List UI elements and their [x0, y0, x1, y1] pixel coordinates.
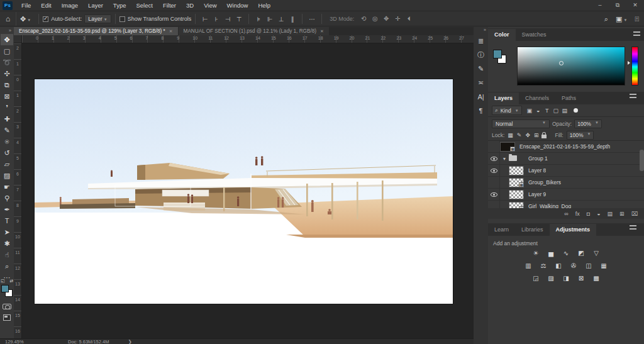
- tool-button[interactable]: ↺: [1, 147, 13, 158]
- layer-filter-icon[interactable]: ▤: [560, 108, 569, 114]
- swap-colors-icon[interactable]: ⇄: [9, 279, 13, 284]
- adjustment-icon[interactable]: ☀: [531, 249, 541, 257]
- zoom-level-field[interactable]: 129.45%: [5, 339, 43, 344]
- tool-button[interactable]: ➤: [1, 226, 13, 238]
- layers-footer-icon[interactable]: fx: [575, 211, 580, 217]
- distribute-icon[interactable]: ⊩: [264, 16, 275, 23]
- blend-mode-dropdown[interactable]: Normal▼: [492, 119, 550, 128]
- panel-tab[interactable]: Channels: [519, 92, 555, 104]
- dock-panel-icon[interactable]: ⓘ: [474, 48, 487, 62]
- color-field[interactable]: [517, 47, 625, 86]
- adjustment-icon[interactable]: ▅: [547, 249, 556, 257]
- opacity-dropdown[interactable]: 100%▼: [574, 119, 602, 128]
- tool-button[interactable]: ☝: [1, 249, 13, 260]
- canvas[interactable]: [35, 79, 453, 304]
- tool-button[interactable]: ✎: [1, 125, 13, 136]
- lock-icon[interactable]: ✥: [525, 132, 530, 138]
- align-icon[interactable]: ⊢: [199, 16, 211, 23]
- status-options-icon[interactable]: ❯: [128, 339, 131, 344]
- tool-button[interactable]: T: [1, 215, 13, 226]
- document-tab[interactable]: Enscape_2021-02-16-15-35-59.psd @ 129% (…: [14, 27, 178, 35]
- move-tool-preset-icon[interactable]: ✥▼: [16, 15, 35, 23]
- panel-tab[interactable]: Color: [488, 29, 516, 41]
- adjustment-icon[interactable]: ▽: [592, 249, 601, 257]
- layer-name[interactable]: Girl_Walking_Dog: [528, 203, 571, 208]
- tool-button[interactable]: ⚲: [1, 192, 13, 204]
- menu-item[interactable]: Select: [131, 0, 157, 11]
- window-control-button[interactable]: ⧉: [609, 0, 626, 11]
- tool-button[interactable]: ✒: [1, 204, 13, 215]
- share-icon[interactable]: ⍐: [635, 15, 639, 23]
- visibility-toggle[interactable]: [488, 177, 500, 189]
- group-caret-icon[interactable]: ▼: [500, 157, 509, 161]
- dock-panel-icon[interactable]: ≍: [474, 76, 487, 90]
- tool-button[interactable]: ❜: [1, 102, 13, 113]
- layer-filter-icon[interactable]: ▢: [552, 108, 560, 114]
- more-options-icon[interactable]: ⋯: [306, 16, 318, 23]
- layers-footer-icon[interactable]: ⌧: [631, 211, 638, 217]
- foreground-color-swatch[interactable]: [1, 285, 9, 292]
- menu-item[interactable]: Filter: [158, 0, 181, 11]
- layer-filter-icon[interactable]: ◒: [534, 108, 543, 114]
- tool-button[interactable]: ⍟: [1, 136, 13, 147]
- tool-button[interactable]: ▢: [1, 45, 13, 57]
- menu-item[interactable]: Window: [222, 0, 253, 11]
- layer-thumbnail[interactable]: ▦: [509, 190, 524, 199]
- tool-button[interactable]: ✣: [1, 68, 13, 79]
- auto-select-checkbox[interactable]: [43, 16, 48, 22]
- layer-name[interactable]: Group 1: [528, 155, 548, 162]
- menu-item[interactable]: Edit: [36, 0, 56, 11]
- dock-panel-icon[interactable]: ✎: [474, 62, 487, 76]
- show-transform-checkbox[interactable]: [119, 16, 125, 22]
- align-icon[interactable]: ⊦: [211, 16, 222, 23]
- document-tab[interactable]: MANUAL OF SECTION (1).psd @ 12.1% (Lady …: [179, 27, 329, 35]
- lock-all-icon[interactable]: [541, 135, 547, 138]
- layer-name[interactable]: Layer 8: [528, 167, 546, 174]
- tool-button[interactable]: ▨: [1, 170, 13, 181]
- align-icon[interactable]: ⊤: [233, 16, 245, 23]
- 3d-mode-icon[interactable]: ◎: [369, 15, 380, 23]
- layer-row[interactable]: ▼ ▦ Layer 9: [488, 189, 644, 201]
- visibility-toggle[interactable]: [488, 189, 500, 201]
- distribute-icon[interactable]: ⊥: [275, 16, 287, 23]
- window-control-button[interactable]: –: [591, 0, 609, 11]
- hue-bar[interactable]: [631, 47, 638, 86]
- layer-filter-icon[interactable]: ▣: [525, 108, 534, 114]
- layer-row[interactable]: ▼ ▦ Enscape_2021-02-16-15-35-59_depth: [488, 141, 644, 153]
- window-control-button[interactable]: ✕: [626, 0, 644, 11]
- fill-dropdown[interactable]: 100%▼: [567, 131, 594, 140]
- menu-item[interactable]: View: [199, 0, 221, 11]
- ruler-origin[interactable]: [14, 35, 22, 43]
- hue-slider-arrow[interactable]: [628, 61, 630, 65]
- tool-button[interactable]: ⌕: [1, 260, 13, 272]
- layers-footer-icon[interactable]: ∞: [564, 211, 568, 217]
- layer-row[interactable]: ▼ ▦ Girl_Walking_Dog: [488, 201, 644, 208]
- visibility-toggle[interactable]: [488, 165, 500, 177]
- dock-panel-icon[interactable]: ¶: [474, 104, 487, 118]
- auto-select-dropdown[interactable]: Layer▼: [84, 14, 111, 23]
- layers-footer-icon[interactable]: ▤: [608, 211, 613, 217]
- layers-panel-menu-icon[interactable]: [630, 94, 636, 98]
- menu-item[interactable]: Type: [108, 0, 131, 11]
- vertical-ruler[interactable]: 21012345678910111213141516: [14, 43, 22, 338]
- default-colors-icon[interactable]: ◱: [1, 279, 5, 284]
- dock-panel-icon[interactable]: A|: [474, 90, 487, 104]
- tool-button[interactable]: ⧉: [1, 79, 13, 91]
- visibility-toggle[interactable]: [488, 141, 500, 153]
- panel-tab[interactable]: Adjustments: [550, 224, 597, 236]
- menu-item[interactable]: Layer: [83, 0, 108, 11]
- tool-button[interactable]: ☛: [1, 181, 13, 192]
- layer-name[interactable]: Group_Bikers: [528, 179, 561, 186]
- horizontal-ruler[interactable]: 0123456789101112131415161718192021222324…: [22, 35, 474, 43]
- toolbar-collapse-icon[interactable]: »: [9, 27, 14, 34]
- screen-mode-icon[interactable]: [3, 314, 11, 321]
- adjustment-icon[interactable]: ◩: [577, 249, 586, 257]
- search-icon[interactable]: ⌕: [604, 15, 608, 23]
- layers-scrollbar[interactable]: [640, 150, 644, 171]
- 3d-mode-icon[interactable]: ✛: [392, 15, 403, 23]
- quick-mask-icon[interactable]: [3, 304, 11, 309]
- layer-thumbnail[interactable]: ▦: [509, 154, 524, 164]
- panel-tab[interactable]: Paths: [555, 92, 582, 104]
- adjustment-icon[interactable]: ▦: [599, 262, 609, 270]
- adjustment-icon[interactable]: ⊠: [577, 274, 586, 282]
